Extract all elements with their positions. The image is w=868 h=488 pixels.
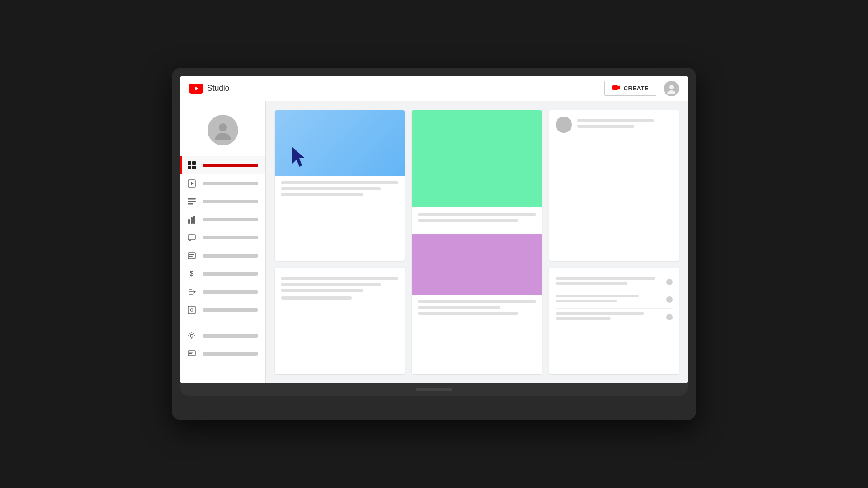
svg-point-7 (215, 133, 231, 140)
laptop-frame: Studio CREATE (172, 68, 696, 420)
list-dot (666, 296, 673, 303)
sidebar-item-playlists[interactable] (180, 192, 265, 211)
sidebar-item-feedback[interactable] (180, 345, 265, 363)
comments-label (203, 236, 258, 239)
list-line (556, 317, 611, 320)
content-line (281, 283, 381, 286)
sidebar-avatar[interactable] (208, 115, 238, 145)
create-button[interactable]: CREATE (604, 81, 656, 96)
channel-line (577, 119, 654, 122)
laptop-notch (416, 388, 452, 391)
list-line (556, 300, 617, 302)
audio-label (203, 308, 258, 312)
monetization-label (203, 272, 258, 276)
svg-point-4 (669, 85, 674, 89)
content-line (281, 181, 398, 184)
audio-icon (187, 305, 196, 314)
svg-point-29 (190, 309, 193, 311)
list-row (556, 309, 673, 326)
settings-label (203, 334, 258, 338)
dashboard-label (203, 164, 258, 167)
content-line (418, 213, 535, 216)
sidebar-item-settings[interactable] (180, 327, 265, 345)
playlists-icon (187, 197, 196, 206)
svg-rect-10 (188, 166, 191, 169)
card-1-thumbnail (275, 110, 405, 176)
svg-point-5 (667, 90, 675, 94)
sidebar-divider (180, 323, 265, 323)
svg-rect-22 (188, 253, 195, 259)
list-lines (556, 277, 666, 287)
svg-marker-34 (292, 147, 305, 167)
svg-rect-16 (188, 203, 193, 205)
channel-line (577, 125, 635, 128)
create-camera-icon (612, 84, 620, 92)
list-line (556, 277, 656, 280)
svg-rect-24 (189, 256, 193, 257)
card-2-green-thumbnail (412, 110, 542, 207)
sidebar-item-audio[interactable] (180, 301, 265, 319)
customization-label (203, 290, 258, 294)
svg-marker-3 (618, 85, 620, 90)
svg-rect-33 (189, 353, 192, 354)
feedback-icon (187, 349, 196, 358)
svg-rect-15 (188, 201, 196, 202)
monetization-icon: $ (187, 269, 196, 278)
card-2-bottom-content (412, 295, 542, 323)
svg-rect-14 (188, 198, 196, 200)
subtitles-icon (187, 251, 196, 260)
content-line (281, 289, 363, 292)
top-bar: Studio CREATE (180, 76, 688, 101)
content-label (203, 182, 258, 185)
svg-rect-19 (193, 216, 195, 224)
svg-rect-2 (612, 85, 618, 90)
svg-marker-13 (191, 182, 194, 185)
list-dot (666, 279, 673, 285)
svg-point-6 (219, 123, 227, 131)
card-5-content (275, 268, 405, 308)
analytics-label (203, 218, 258, 221)
card-1-content (275, 176, 405, 218)
playlists-label (203, 200, 258, 203)
channel-card-content (549, 110, 679, 145)
sidebar-item-comments[interactable] (180, 229, 265, 247)
svg-rect-11 (192, 166, 196, 169)
card-4[interactable] (549, 268, 679, 374)
content-line (281, 193, 363, 196)
sidebar-item-dashboard[interactable] (180, 156, 265, 174)
user-avatar[interactable] (664, 81, 679, 96)
list-card-content (549, 268, 679, 331)
sidebar: $ (180, 101, 266, 383)
svg-rect-17 (188, 219, 190, 224)
card-2[interactable] (412, 110, 542, 374)
content-line (418, 306, 500, 309)
logo-area: Studio (189, 84, 229, 94)
list-line (556, 295, 639, 297)
main-layout: $ (180, 101, 688, 383)
svg-rect-32 (189, 352, 193, 353)
sidebar-item-customization[interactable] (180, 283, 265, 301)
sidebar-item-monetization[interactable]: $ (180, 265, 265, 283)
sidebar-item-content[interactable] (180, 174, 265, 192)
card-2-purple-thumbnail (412, 234, 542, 295)
content-line (418, 219, 518, 222)
sidebar-item-analytics[interactable] (180, 211, 265, 229)
create-label: CREATE (624, 85, 649, 92)
list-row (556, 273, 673, 291)
list-row (556, 291, 673, 309)
channel-info-row (556, 117, 673, 133)
cursor-icon (292, 147, 310, 168)
card-3[interactable] (549, 110, 679, 261)
card-5[interactable] (275, 268, 405, 374)
studio-label: Studio (207, 84, 229, 93)
content-line (281, 187, 381, 190)
sidebar-item-subtitles[interactable] (180, 247, 265, 265)
sidebar-avatar-section (180, 106, 265, 156)
content-line (418, 300, 535, 303)
list-line (556, 282, 627, 285)
content-line (281, 296, 352, 300)
card-1[interactable] (275, 110, 405, 261)
content-area (266, 101, 688, 383)
svg-rect-23 (189, 254, 194, 255)
card-2-top-content (412, 207, 542, 230)
